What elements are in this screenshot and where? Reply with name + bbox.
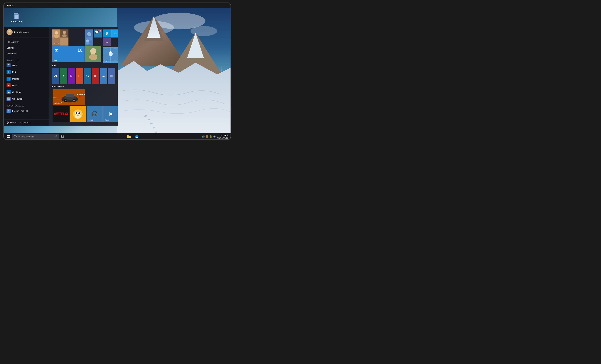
svg-point-40 xyxy=(90,48,96,54)
svg-rect-18 xyxy=(14,14,19,14)
svg-rect-16 xyxy=(14,13,18,14)
start-menu: Miranda Vance File Explorer Settings D xyxy=(4,27,118,126)
taskbar-edge[interactable] xyxy=(133,133,140,140)
cortana-search-icon xyxy=(14,135,17,138)
news-reader-tile[interactable]: 📰 xyxy=(92,68,99,84)
mic-icon: 🎤 xyxy=(54,135,57,138)
task-view-button[interactable] xyxy=(59,133,65,140)
svg-point-79 xyxy=(77,114,79,116)
calculator-icon: 🔢 xyxy=(7,97,10,101)
onedrive-work-tile[interactable]: ☁ xyxy=(100,68,107,84)
file-explorer-label: File Explorer xyxy=(7,41,19,43)
svg-point-41 xyxy=(89,54,97,60)
twitter-tile[interactable]: 🐦 xyxy=(111,30,118,38)
svg-point-31 xyxy=(54,34,59,38)
settings-label: Settings xyxy=(7,47,14,49)
mail-icon: ✉ xyxy=(7,70,10,74)
network-icon[interactable]: 📶 xyxy=(206,135,209,138)
svg-text:ASPHALT: ASPHALT xyxy=(77,93,85,95)
recycle-bin[interactable]: Recycle Bin xyxy=(10,11,22,23)
person-photo-tile[interactable] xyxy=(85,46,101,62)
system-tray: 🔊 📶 🔋 💬 2:28 PM MON, JUL 13 xyxy=(200,134,230,139)
app-word[interactable]: W Word xyxy=(4,62,49,69)
all-apps-button[interactable]: ≡ All Apps xyxy=(20,121,30,124)
people-icon: 👥 xyxy=(7,77,10,81)
skype-tile[interactable]: S xyxy=(103,30,111,38)
word-tile[interactable]: W xyxy=(52,68,59,84)
alarms-tile[interactable]: ⋯ xyxy=(103,38,111,46)
excel-tile[interactable]: X xyxy=(60,68,67,84)
taskbar-clock[interactable]: 2:28 PM MON, JUL 13 xyxy=(217,134,228,139)
svg-point-33 xyxy=(62,34,67,37)
cortana-search[interactable]: Ask me anything 🎤 xyxy=(12,134,59,139)
user-name: Miranda Vance xyxy=(14,31,29,33)
music-tile[interactable]: 🎧 Music xyxy=(87,106,103,122)
recently-added-label: Recently added xyxy=(4,103,49,108)
svg-rect-85 xyxy=(63,135,64,137)
all-apps-icon: ≡ xyxy=(20,121,21,124)
svg-rect-83 xyxy=(8,137,10,138)
chat-tile[interactable]: 💬 5 xyxy=(94,30,102,38)
svg-point-46 xyxy=(110,51,111,53)
clock-time: 2:28 PM xyxy=(217,134,228,137)
bottom-controls: ⏻ Power ≡ All Apps xyxy=(4,119,49,126)
screen: Recycle Bin xyxy=(4,8,230,140)
mail-tile[interactable]: ✉ 10 Mail xyxy=(52,46,85,62)
asphalt-label: Asphalt 8 xyxy=(54,102,62,104)
app-news[interactable]: 📰 News xyxy=(4,82,49,89)
power-button[interactable]: ⏻ Power xyxy=(7,121,16,124)
app-onedrive[interactable]: ☁ OneDrive xyxy=(4,89,49,95)
svg-point-64 xyxy=(73,100,75,101)
battery-icon[interactable]: 🔋 xyxy=(210,135,212,138)
avatar xyxy=(7,29,12,35)
entertainment-section-label: Entertainment xyxy=(52,85,115,88)
power-icon: ⏻ xyxy=(7,121,9,124)
svg-rect-80 xyxy=(7,135,8,136)
lenovo-logo: lenovo xyxy=(7,4,15,7)
settings-link[interactable]: Settings xyxy=(4,45,49,51)
svg-point-63 xyxy=(65,100,66,101)
app-people[interactable]: 👥 People xyxy=(4,75,49,82)
photoshop-tile[interactable]: Ps xyxy=(84,68,91,84)
video-tile[interactable]: ▶ Video xyxy=(103,106,118,122)
calculator-work-tile[interactable]: 🔢 xyxy=(108,68,115,84)
onedrive-icon: ☁ xyxy=(7,90,10,94)
frozen-icon: ❄ xyxy=(7,109,10,113)
search-placeholder: Ask me anything xyxy=(18,135,53,138)
app-frozen[interactable]: ❄ Frozen Free Fall xyxy=(4,108,49,114)
volume-icon[interactable]: 🔊 xyxy=(202,135,205,138)
user-section[interactable]: Miranda Vance xyxy=(4,27,49,38)
taskbar-apps xyxy=(65,133,200,140)
maps-label: Maps xyxy=(104,60,109,62)
birds-tile[interactable] xyxy=(70,106,86,122)
photos-tile[interactable]: Photos xyxy=(52,30,69,46)
desktop: Recycle Bin xyxy=(4,8,230,133)
app-mail[interactable]: ✉ Mail xyxy=(4,69,49,75)
clock-date: MON, JUL 13 xyxy=(217,137,228,139)
news-icon: 📰 xyxy=(7,83,10,87)
asphalt-tile[interactable]: ASPHALT 8 Asphalt 8 xyxy=(53,89,85,105)
documents-link[interactable]: Documents xyxy=(4,51,49,57)
recycle-bin-icon xyxy=(12,11,21,20)
svg-point-77 xyxy=(77,113,77,113)
start-button[interactable] xyxy=(5,133,12,140)
file-explorer-link[interactable]: File Explorer xyxy=(4,39,49,45)
powerpoint-tile[interactable]: P xyxy=(76,68,83,84)
photos-label: Photos xyxy=(54,42,60,45)
svg-text:8: 8 xyxy=(79,95,81,98)
onenote-tile[interactable]: N xyxy=(68,68,75,84)
start-tiles: Welcome Miranda! How can I help you toda… xyxy=(49,27,118,126)
svg-point-38 xyxy=(86,42,90,45)
contacts-tile[interactable] xyxy=(85,30,93,46)
taskbar-file-explorer[interactable] xyxy=(125,133,132,140)
app-calculator[interactable]: 🔢 Calculator xyxy=(4,95,49,102)
most-used-label: Most used xyxy=(4,58,49,62)
mail-count: 10 xyxy=(77,48,82,53)
maps-tile[interactable]: Maps xyxy=(103,47,118,63)
top-tiles-row: Welcome Miranda! How can I help you toda… xyxy=(52,30,115,63)
yoga-home-label: YOGA Home xyxy=(221,67,222,81)
start-menu-left: Miranda Vance File Explorer Settings D xyxy=(4,27,49,126)
entertainment-tiles: Disney Disney xyxy=(52,89,115,122)
netflix-tile[interactable]: NETFLIX xyxy=(53,106,69,122)
notification-icon[interactable]: 💬 xyxy=(213,135,216,138)
